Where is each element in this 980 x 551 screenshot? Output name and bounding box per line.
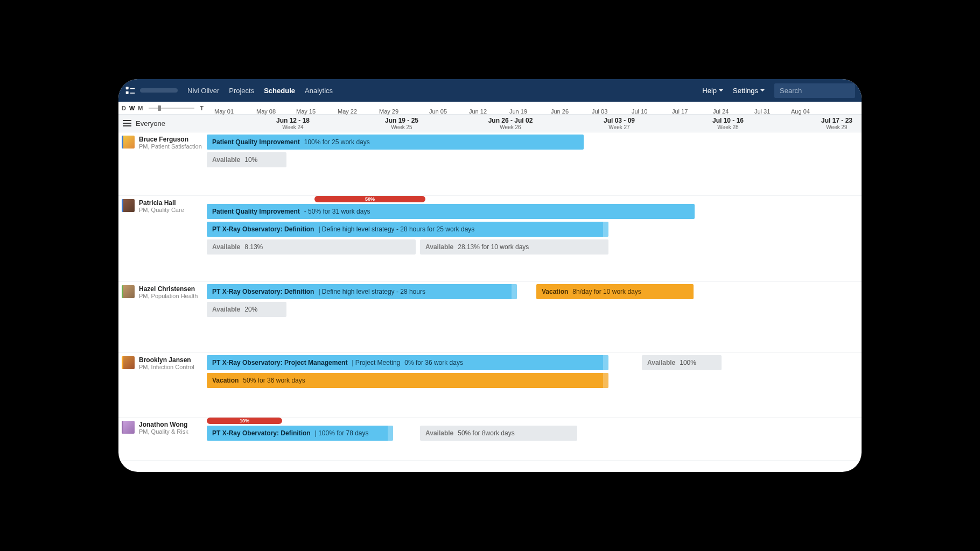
lane-area: 50% Patient Quality Improvement - 50% fo… — [207, 196, 862, 281]
ruler-date: May 15 — [296, 108, 316, 115]
person-row: Brooklyn Jansen PM, Infection Control PT… — [118, 353, 862, 418]
available-bar[interactable]: Available 20% — [207, 302, 286, 317]
chevron-down-icon — [760, 89, 765, 91]
vacation-bar[interactable]: Vacation 8h/day for 10 work days — [536, 284, 694, 299]
bar-detail: | Project Meeting — [352, 359, 400, 366]
ruler-date: Jul 03 — [592, 108, 607, 115]
nav-analytics[interactable]: Analytics — [305, 87, 333, 95]
avatar — [122, 421, 135, 434]
avatar — [122, 356, 135, 369]
week-col: Jul 10 - 16 Week 28 — [674, 115, 782, 132]
menu-icon — [123, 120, 131, 126]
available-bar[interactable]: Available 50% for 8work days — [420, 426, 577, 441]
bar-title: Available — [212, 306, 240, 313]
filter-everyone[interactable]: Everyone — [118, 119, 207, 128]
bar-title: PT X-Ray Obervatory: Definition — [212, 429, 311, 437]
view-week[interactable]: W — [129, 105, 135, 111]
week-title: Jul 03 - 09 — [565, 117, 673, 124]
svg-rect-4 — [123, 120, 131, 121]
overload-indicator[interactable]: 10% — [207, 418, 282, 424]
bar-detail: 100% for 25 work days — [304, 138, 370, 146]
person-name: Bruce Ferguson — [139, 136, 202, 143]
chevron-down-icon — [719, 89, 723, 91]
ruler-date: Jun 26 — [551, 108, 569, 115]
week-title: Jun 26 - Jul 02 — [457, 117, 564, 124]
everyone-label: Everyone — [136, 119, 165, 128]
view-today[interactable]: T — [200, 105, 204, 111]
bar-title: Available — [212, 243, 240, 251]
ruler-date: May 29 — [379, 108, 398, 115]
svg-rect-6 — [123, 125, 131, 126]
person-role: PM, Infection Control — [139, 364, 194, 370]
nav-schedule[interactable]: Schedule — [264, 87, 295, 95]
person-info[interactable]: Hazel Christensen PM, Population Health — [118, 282, 207, 352]
lane-area: PT X-Ray Observatory: Project Management… — [207, 353, 862, 417]
overload-indicator[interactable]: 50% — [314, 196, 425, 202]
bar-detail: 50% for 8work days — [458, 429, 514, 437]
person-role: PM, Population Health — [139, 293, 198, 299]
bar-title: Available — [425, 429, 453, 437]
person-row: Patricia Hall PM, Quality Care 50% Patie… — [118, 196, 862, 282]
bar-title: Patient Quality Improvement — [212, 208, 300, 215]
person-info[interactable]: Patricia Hall PM, Quality Care — [118, 196, 207, 281]
week-columns: Jun 12 - 18 Week 24 Jun 19 - 25 Week 25 … — [207, 115, 862, 132]
available-bar[interactable]: Available 8.13% — [207, 239, 416, 255]
search-input[interactable]: Search — [774, 83, 855, 98]
zoom-thumb[interactable] — [158, 105, 161, 111]
allocation-bar[interactable]: PT X-Ray Observatory: Definition | Defin… — [207, 222, 608, 237]
bar-title: PT X-Ray Observatory: Definition — [212, 225, 314, 233]
zoom-slider[interactable] — [149, 108, 195, 109]
avatar — [122, 136, 135, 149]
lane-area: Patient Quality Improvement 100% for 25 … — [207, 132, 862, 195]
person-info[interactable]: Brooklyn Jansen PM, Infection Control — [118, 353, 207, 417]
ruler-date: Jun 12 — [469, 108, 487, 115]
available-bar[interactable]: Available 100% — [642, 355, 722, 370]
svg-rect-2 — [130, 88, 135, 89]
view-month[interactable]: M — [138, 105, 143, 111]
week-title: Jul 17 - 23 — [783, 117, 862, 124]
bar-detail: 20% — [244, 306, 257, 313]
person-info[interactable]: Jonathon Wong PM, Quality & Risk — [118, 418, 207, 460]
view-mode-switch: D W M T — [118, 105, 207, 111]
person-row: Bruce Ferguson PM, Patient Satisfaction … — [118, 132, 862, 196]
nav-projects[interactable]: Projects — [229, 87, 254, 95]
bar-detail: 0% for 36 work days — [404, 359, 463, 366]
bar-detail: 28.13% for 10 work days — [458, 243, 529, 251]
timeline-ruler: D W M T May 01 May 08 May 15 May 22 May … — [118, 102, 862, 115]
ruler-date: Jul 24 — [713, 108, 729, 115]
bar-detail: 8h/day for 10 work days — [572, 288, 641, 295]
bar-detail: 8.13% — [244, 243, 263, 251]
app-logo-icon[interactable] — [125, 85, 136, 96]
available-bar[interactable]: Available 10% — [207, 152, 286, 167]
person-name: Brooklyn Jansen — [139, 356, 194, 364]
ruler-date: Jul 17 — [672, 108, 688, 115]
svg-rect-3 — [130, 93, 135, 94]
allocation-bar[interactable]: PT X-Ray Obervatory: Definition | 100% f… — [207, 426, 393, 441]
ruler-date: Aug 04 — [791, 108, 810, 115]
person-role: PM, Quality Care — [139, 207, 184, 213]
allocation-bar[interactable]: PT X-Ray Observatory: Definition | Defin… — [207, 284, 517, 299]
week-header: Everyone Jun 12 - 18 Week 24 Jun 19 - 25… — [118, 115, 862, 132]
week-title: Jun 12 - 18 — [239, 117, 347, 124]
view-day[interactable]: D — [122, 105, 126, 111]
person-name: Jonathon Wong — [139, 421, 188, 428]
bar-title: Patient Quality Improvement — [212, 138, 300, 146]
allocation-bar[interactable]: PT X-Ray Observatory: Project Management… — [207, 355, 608, 370]
bar-detail: | 100% for 78 days — [315, 429, 369, 437]
bar-title: Available — [647, 359, 675, 366]
person-info[interactable]: Bruce Ferguson PM, Patient Satisfaction — [118, 132, 207, 195]
allocation-bar[interactable]: Patient Quality Improvement - 50% for 31… — [207, 204, 695, 219]
person-name: Patricia Hall — [139, 199, 184, 207]
allocation-bar[interactable]: Patient Quality Improvement 100% for 25 … — [207, 135, 584, 150]
nav-help[interactable]: Help — [702, 87, 723, 95]
nav-user[interactable]: Nivi Oliver — [187, 87, 219, 95]
week-col: Jul 03 - 09 Week 27 — [565, 115, 673, 132]
nav-settings[interactable]: Settings — [733, 87, 765, 95]
ruler-date: May 22 — [338, 108, 357, 115]
bar-detail: 100% — [680, 359, 696, 366]
svg-rect-0 — [126, 87, 129, 89]
available-bar[interactable]: Available 28.13% for 10 work days — [420, 239, 608, 255]
vacation-bar[interactable]: Vacation 50% for 36 work days — [207, 373, 608, 388]
bar-detail: 50% for 36 work days — [243, 377, 305, 384]
ruler-date: May 01 — [214, 108, 234, 115]
